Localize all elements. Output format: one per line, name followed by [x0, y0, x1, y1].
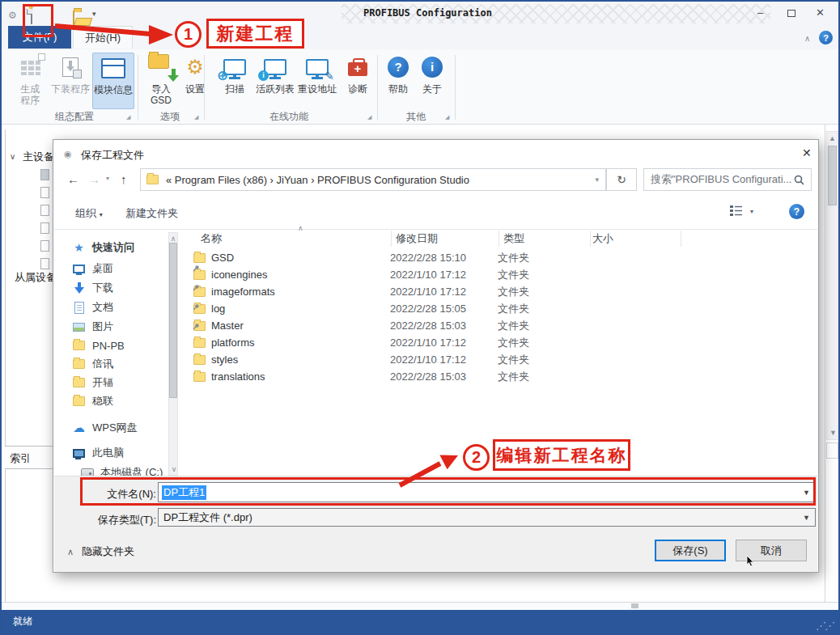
up-icon[interactable]: ↑ — [121, 172, 127, 186]
sidebar-item-quick-access[interactable]: ★快速访问 — [72, 239, 208, 256]
sidebar-item-this-pc[interactable]: 此电脑 — [72, 444, 208, 462]
sidebar-item-documents[interactable]: 文档 — [72, 298, 208, 316]
chevron-down-icon[interactable]: ▼ — [803, 514, 810, 522]
dialog-help-icon[interactable]: ? — [789, 204, 804, 219]
ribbon-help-icon[interactable]: ? — [819, 31, 833, 44]
ribbon-group-label: 组态配置 — [42, 110, 107, 124]
table-row[interactable]: Master2022/2/28 15:03文件夹 — [193, 317, 695, 334]
status-bar: 就绪 ⋰⋰ — [2, 610, 838, 633]
scroll-up-icon[interactable]: ∧ — [169, 235, 177, 243]
savetype-select[interactable]: DP工程文件 (*.dpr) ▼ — [158, 508, 816, 527]
history-dropdown-icon[interactable]: ▾ — [106, 175, 109, 182]
refresh-button[interactable]: ↻ — [606, 168, 637, 191]
pin-icon — [192, 284, 200, 292]
ribbon-button-diagnose[interactable]: 诊断 — [343, 53, 372, 109]
status-text: 就绪 — [13, 615, 32, 629]
annotation-box-new-file — [23, 4, 53, 37]
scroll-down-icon[interactable]: ▼ — [827, 429, 839, 437]
scroll-up-icon[interactable]: ▲ — [827, 134, 838, 142]
scrollbar-corner — [826, 442, 838, 459]
breadcrumb-dropdown-icon[interactable]: ▾ — [595, 176, 599, 184]
sidebar-item-folder[interactable]: PN-PB — [72, 337, 208, 354]
sidebar-item-downloads[interactable]: 下载 — [72, 279, 208, 297]
hide-folders-chevron-icon[interactable]: ∧ — [67, 547, 74, 557]
table-row[interactable]: GSD2022/2/28 15:10文件夹 — [193, 249, 695, 266]
device-icon[interactable] — [40, 187, 49, 198]
ribbon-separator — [138, 55, 138, 120]
ribbon-button-about[interactable]: i 关于 — [418, 53, 447, 109]
ribbon-separator — [455, 55, 456, 120]
scroll-down-icon[interactable]: ∨ — [169, 465, 179, 473]
tree-item-slave[interactable]: 从属设备 — [15, 270, 57, 285]
ribbon-button-build-program[interactable]: 生成 程序 — [11, 53, 49, 109]
table-row[interactable]: imageformats2022/1/10 17:12文件夹 — [193, 283, 695, 300]
quick-access-dropdown-icon[interactable]: ▾ — [92, 10, 96, 18]
ribbon-button-scan[interactable]: ⊕ 扫描 — [218, 53, 251, 109]
table-row[interactable]: log2022/2/28 15:05文件夹 — [193, 300, 695, 317]
group-launcher-icon[interactable]: ◢ — [445, 114, 449, 121]
sidebar-item-folder[interactable]: 开辐 — [72, 374, 208, 392]
folder-icon — [146, 175, 159, 184]
table-row[interactable]: platforms2022/1/10 17:12文件夹 — [193, 334, 695, 351]
main-vertical-scrollbar[interactable]: ▲ ▼ — [826, 131, 838, 440]
sidebar-item-folder[interactable]: 倍讯 — [72, 355, 208, 373]
splitter-handle[interactable] — [631, 603, 638, 608]
content-border — [825, 125, 825, 602]
scrollbar-thumb[interactable] — [169, 243, 177, 398]
maximize-button[interactable] — [787, 10, 795, 17]
breadcrumb[interactable]: « Program Files (x86) › JiYuan › PROFIBU… — [140, 168, 606, 191]
column-header-date[interactable]: 修改日期 — [396, 231, 438, 246]
ribbon-button-active-list[interactable]: i 活跃列表 — [256, 53, 295, 109]
resize-grip[interactable]: ⋰⋰ — [816, 620, 834, 632]
forward-icon[interactable]: → — [88, 172, 100, 186]
nav-scrollbar[interactable]: ∧ ∨ — [168, 232, 178, 476]
new-folder-button[interactable]: 新建文件夹 — [125, 206, 178, 221]
group-launcher-icon[interactable]: ◢ — [126, 114, 130, 121]
back-icon[interactable]: ← — [67, 172, 79, 186]
group-launcher-icon[interactable]: ◢ — [367, 114, 371, 121]
dialog-close-icon[interactable]: ✕ — [802, 146, 812, 159]
collapse-ribbon-icon[interactable]: ∧ — [804, 34, 810, 43]
ribbon-button-module-info[interactable]: 模块信息 — [92, 53, 134, 109]
save-button[interactable]: 保存(S) — [655, 540, 726, 561]
pin-icon — [192, 265, 200, 273]
table-row[interactable]: iconengines2022/1/10 17:12文件夹 — [193, 266, 695, 283]
device-icon[interactable] — [40, 258, 49, 269]
minimize-button[interactable]: – — [757, 6, 763, 19]
breadcrumb-path: « Program Files (x86) › JiYuan › PROFIBU… — [166, 174, 469, 186]
annotation-step-number: 1 — [175, 21, 202, 48]
folder-icon — [73, 341, 85, 350]
hide-folders-toggle[interactable]: 隐藏文件夹 — [82, 544, 134, 559]
tree-collapse-icon[interactable]: ∨ — [10, 152, 15, 161]
column-header-size[interactable]: 大小 — [592, 231, 613, 246]
table-row[interactable]: translations2022/2/28 15:03文件夹 — [193, 368, 695, 385]
column-header-type[interactable]: 类型 — [503, 231, 524, 246]
close-button[interactable]: ✕ — [816, 6, 825, 19]
group-launcher-icon[interactable]: ◢ — [194, 114, 198, 121]
annotation-label-2: 编辑新工程名称 — [493, 439, 630, 471]
desktop-icon — [73, 265, 85, 273]
device-icon[interactable] — [40, 240, 49, 252]
ribbon-button-download-program[interactable]: 下装程序 — [50, 53, 91, 109]
column-divider — [590, 231, 591, 247]
annotation-step-number: 2 — [463, 444, 490, 471]
device-icon[interactable] — [40, 169, 49, 180]
table-row[interactable]: styles2022/1/10 17:12文件夹 — [193, 351, 695, 368]
device-icon[interactable] — [40, 222, 49, 234]
view-mode-dropdown-icon[interactable]: ▾ — [750, 208, 753, 215]
sidebar-item-desktop[interactable]: 桌面 — [72, 260, 208, 277]
device-icon[interactable] — [40, 205, 49, 216]
search-input[interactable]: 搜索"PROFIBUS Configurati... — [643, 168, 812, 191]
savetype-label: 保存类型(T): — [88, 513, 156, 527]
ribbon-button-help[interactable]: ? 帮助 — [384, 53, 413, 109]
annotation-arrow-1 — [53, 21, 176, 45]
sidebar-item-pictures[interactable]: 图片 — [72, 318, 208, 336]
tree-item-master[interactable]: 主设备 — [23, 150, 54, 164]
sidebar-item-folder[interactable]: 稳联 — [72, 392, 208, 410]
organize-menu[interactable]: 组织 ▾ — [75, 206, 103, 221]
ribbon-button-import-gsd[interactable]: 导入 GSD — [144, 53, 178, 109]
sidebar-item-wps-cloud[interactable]: ☁WPS网盘 — [72, 419, 208, 437]
ribbon-button-reset-address[interactable]: ✎ 重设地址 — [298, 53, 337, 109]
scrollbar-thumb[interactable] — [828, 146, 837, 205]
view-mode-icon[interactable] — [729, 205, 743, 217]
